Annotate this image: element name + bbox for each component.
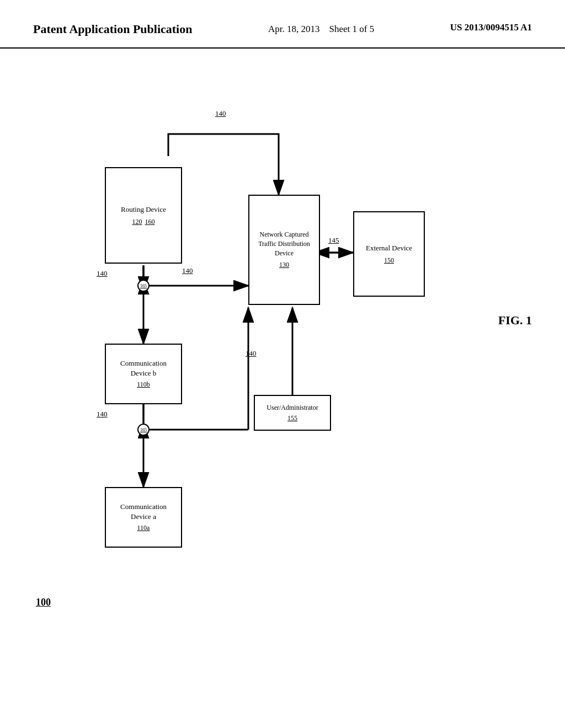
comm-device-b-ref: 110b: [137, 380, 150, 389]
circle-node-165-lower: 165: [137, 424, 150, 436]
user-admin-ref: 155: [287, 414, 297, 423]
ref-140-horiz-upper: 140: [182, 266, 193, 275]
routing-device-box: Routing Device 120 160: [105, 167, 182, 264]
routing-device-label: Routing Device: [121, 205, 166, 215]
ref-145: 145: [328, 236, 339, 245]
comm-device-a-label: CommunicationDevice a: [120, 502, 167, 522]
external-device-ref: 150: [384, 256, 394, 265]
routing-device-ref: 120: [132, 217, 142, 227]
diagram-arrows: [0, 49, 565, 710]
figure-label: FIG. 1: [498, 313, 532, 328]
ref-140-left-vertical: 140: [97, 269, 108, 278]
circle-node-165-upper: 165: [137, 280, 150, 292]
network-captured-ref: 130: [279, 260, 289, 270]
circle-label-upper: 165: [140, 283, 147, 288]
system-reference: 100: [36, 597, 51, 608]
ref-140-user-admin: 140: [246, 349, 257, 358]
publication-title: Patent Application Publication: [33, 22, 192, 36]
comm-device-a-box: CommunicationDevice a 110a: [105, 487, 182, 548]
comm-device-a-ref: 110a: [137, 523, 150, 533]
page-header: Patent Application Publication Apr. 18, …: [0, 0, 565, 49]
publication-date-sheet: Apr. 18, 2013 Sheet 1 of 5: [268, 22, 374, 36]
comm-device-b-label: CommunicationDevice b: [120, 358, 167, 378]
ref-140-top: 140: [215, 109, 226, 118]
publication-number: US 2013/0094515 A1: [450, 22, 532, 33]
user-admin-label: User/Administrator: [266, 403, 318, 413]
routing-device-ref2: 160: [145, 217, 155, 227]
network-captured-box: Network CapturedTraffic DistributionDevi…: [248, 195, 320, 305]
user-admin-box: User/Administrator 155: [254, 395, 331, 431]
external-device-box: External Device 150: [353, 211, 425, 297]
ref-140-lower-vertical: 140: [97, 410, 108, 419]
network-captured-label: Network CapturedTraffic DistributionDevi…: [258, 230, 310, 258]
external-device-label: External Device: [366, 243, 412, 253]
comm-device-b-box: CommunicationDevice b 110b: [105, 344, 182, 404]
circle-label-lower: 165: [140, 427, 147, 432]
diagram-area: Routing Device 120 160 Network CapturedT…: [0, 49, 565, 710]
